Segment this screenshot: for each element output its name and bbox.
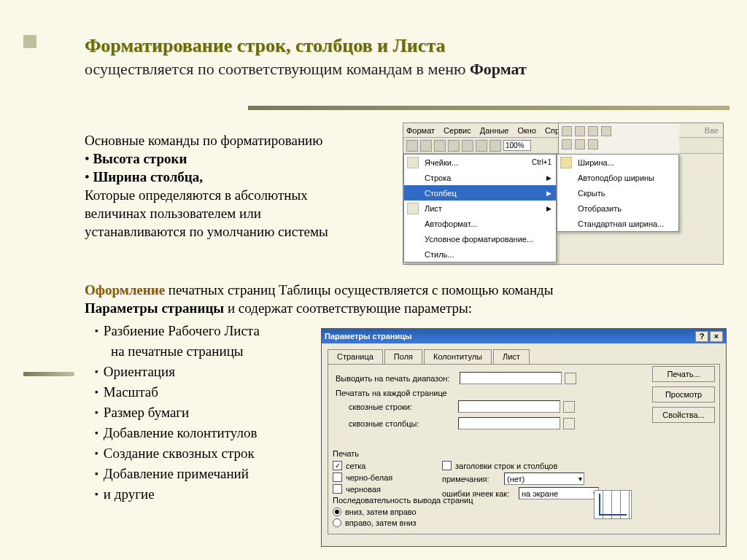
- bullet-7: Добавление примечаний: [95, 464, 314, 484]
- preview-button[interactable]: Просмотр: [652, 386, 715, 402]
- toolbar-icon[interactable]: [420, 140, 432, 152]
- sub-autofit[interactable]: Автоподбор ширины: [557, 170, 678, 185]
- errors-combo[interactable]: на экране: [519, 487, 599, 499]
- through-rows-label: сквозные строки:: [349, 402, 458, 411]
- cols-picker-icon[interactable]: [563, 418, 575, 429]
- sub-width[interactable]: Ширина...: [557, 155, 678, 170]
- sub-show[interactable]: Отобразить: [557, 201, 678, 216]
- lt-5: устанавливаются по умолчанию системы: [85, 222, 376, 241]
- sub-hide[interactable]: Скрыть: [557, 185, 678, 201]
- tab-headers[interactable]: Колонтитулы: [424, 349, 492, 364]
- tb-icon[interactable]: [588, 139, 598, 149]
- tb-icon[interactable]: [575, 126, 585, 136]
- lt-b2: Ширина столбца,: [85, 168, 376, 186]
- headers-checkbox[interactable]: [442, 461, 452, 470]
- toolbar-icon[interactable]: [406, 140, 418, 152]
- down-right-row: вниз, затем вправо: [333, 508, 473, 516]
- mid-t2b: и содержат соответствующие параметры:: [224, 300, 472, 316]
- slide-decor: [23, 35, 36, 48]
- menu-service[interactable]: Сервис: [444, 126, 471, 135]
- notes-row: примечания:(нет): [442, 472, 599, 485]
- sequence-section: Последовательность вывода страниц вниз, …: [333, 491, 473, 529]
- down-right-label: вниз, затем вправо: [345, 508, 417, 516]
- help-icon[interactable]: [489, 140, 501, 152]
- through-rows-input[interactable]: [458, 400, 560, 413]
- menu-data[interactable]: Данные: [480, 126, 509, 135]
- menu-style[interactable]: Стиль...: [404, 246, 556, 262]
- tb-icon[interactable]: [575, 139, 585, 149]
- dialog-titlebar: Параметры страницы ? ×: [322, 329, 726, 343]
- left-text: Основные команды по форматированию Высот…: [85, 131, 376, 241]
- print-section-label: Печать: [333, 449, 599, 458]
- sort-asc-icon[interactable]: [448, 140, 460, 152]
- dialog-tabs: Страница Поля Колонтитулы Лист: [328, 349, 720, 364]
- excel-menu-screenshot: Формат Сервис Данные Окно Справка Вве 10…: [403, 122, 724, 265]
- rows-picker-icon[interactable]: [563, 401, 575, 413]
- oformlenie-label: Оформление: [85, 282, 165, 298]
- down-right-radio[interactable]: [333, 508, 341, 516]
- chart-icon[interactable]: [476, 140, 487, 152]
- tab-margins[interactable]: Поля: [384, 349, 422, 364]
- notes-label: примечания:: [442, 475, 500, 483]
- tb-icon[interactable]: [562, 126, 572, 136]
- mid-paragraph: Оформление печатных страниц Таблицы осущ…: [85, 281, 668, 317]
- right-down-row: вправо, затем вниз: [333, 518, 473, 527]
- menu-column[interactable]: Столбец▶: [404, 185, 556, 201]
- menu-format[interactable]: Формат: [406, 126, 435, 135]
- bullet-2: Ориентация: [95, 362, 314, 382]
- dialog-title: Параметры страницы: [325, 332, 411, 341]
- lt-4: величинах пользователем или: [85, 204, 376, 222]
- bullet-8: и другие: [95, 484, 314, 505]
- width-icon: [560, 157, 572, 168]
- menu-conditional[interactable]: Условное форматирование...: [404, 231, 556, 246]
- menu-sheet[interactable]: Лист▶: [404, 201, 556, 216]
- page-order-icon: [594, 490, 632, 519]
- notes-combo[interactable]: (нет): [504, 472, 584, 485]
- sum-icon[interactable]: [434, 140, 446, 152]
- title-line1: Форматирование строк, столбцов и Листа: [85, 35, 654, 57]
- tb-icon[interactable]: [588, 126, 598, 136]
- through-cols-input[interactable]: [458, 417, 560, 429]
- menu-row[interactable]: Строка▶: [404, 170, 556, 185]
- seq-label: Последовательность вывода страниц: [333, 496, 473, 505]
- zoom-combo[interactable]: 100%: [503, 140, 531, 151]
- bullet-1: Разбиение Рабочего Листа: [95, 321, 314, 341]
- format-dropdown: Ячейки...Ctrl+1 Строка▶ Столбец▶ Лист▶ А…: [403, 154, 557, 262]
- bullet-1b: на печатные страницы: [95, 341, 314, 362]
- mid-t2a: Параметры страницы: [85, 300, 224, 316]
- tab-page[interactable]: Страница: [328, 349, 383, 364]
- bw-checkbox[interactable]: [333, 472, 342, 482]
- tb-icon[interactable]: [601, 126, 611, 136]
- bullet-4: Размер бумаги: [95, 402, 314, 423]
- decor-bar: [248, 106, 729, 110]
- lt-b1: Высота строки: [85, 149, 376, 168]
- cells-icon: [407, 157, 419, 168]
- properties-button[interactable]: Свойства...: [652, 407, 715, 423]
- menu-cells[interactable]: Ячейки...Ctrl+1: [404, 155, 556, 170]
- print-button[interactable]: Печать...: [652, 366, 715, 382]
- tab-sheet[interactable]: Лист: [493, 349, 530, 364]
- right-down-label: вправо, затем вниз: [345, 518, 417, 527]
- sheet-icon: [407, 203, 419, 214]
- sub-standard[interactable]: Стандартная ширина...: [557, 216, 678, 231]
- title-block: Форматирование строк, столбцов и Листа о…: [85, 35, 654, 79]
- title-line2b: Формат: [470, 60, 527, 78]
- grid-checkbox[interactable]: ✓: [333, 461, 342, 470]
- bullet-5: Добавление колонтитулов: [95, 423, 314, 443]
- arrow-icon: ▶: [546, 205, 551, 212]
- arrow-icon: ▶: [546, 174, 551, 182]
- right-down-radio[interactable]: [333, 518, 341, 527]
- tb-icon[interactable]: [562, 139, 572, 149]
- headers-label: заголовки строк и столбцов: [455, 462, 557, 470]
- sort-desc-icon[interactable]: [462, 140, 473, 152]
- range-picker-icon[interactable]: [565, 373, 576, 384]
- column-submenu: Ширина... Автоподбор ширины Скрыть Отобр…: [557, 154, 679, 232]
- arrow-icon: ▶: [546, 190, 551, 197]
- range-input[interactable]: [460, 372, 562, 384]
- title-line2: осуществляется по соответствующим команд…: [85, 60, 654, 79]
- close-button[interactable]: ×: [710, 331, 723, 342]
- menu-autoformat[interactable]: Автоформат...: [404, 216, 556, 231]
- grid-label: сетка: [346, 462, 365, 470]
- help-button[interactable]: ?: [695, 331, 708, 342]
- menu-window[interactable]: Окно: [518, 126, 537, 135]
